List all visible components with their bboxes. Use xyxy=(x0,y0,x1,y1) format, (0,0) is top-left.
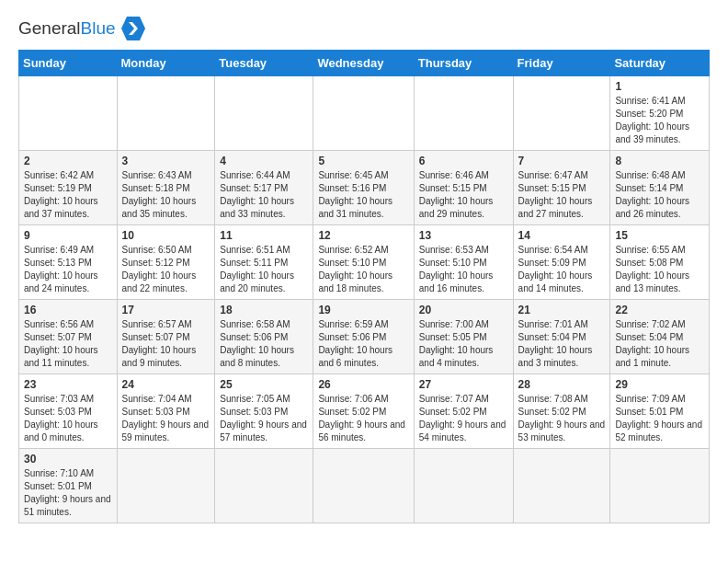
calendar-cell: 17Sunrise: 6:57 AM Sunset: 5:07 PM Dayli… xyxy=(117,300,215,374)
day-number: 21 xyxy=(518,304,606,316)
day-number: 14 xyxy=(518,229,606,242)
day-number: 8 xyxy=(615,155,704,167)
calendar-cell: 30Sunrise: 7:10 AM Sunset: 5:01 PM Dayli… xyxy=(19,449,118,523)
calendar-table: SundayMondayTuesdayWednesdayThursdayFrid… xyxy=(18,50,710,523)
calendar-cell: 3Sunrise: 6:43 AM Sunset: 5:18 PM Daylig… xyxy=(117,151,215,225)
calendar-cell xyxy=(313,449,414,523)
logo-icon xyxy=(119,15,147,42)
day-number: 18 xyxy=(220,304,308,316)
weekday-header: Thursday xyxy=(414,51,513,76)
weekday-header: Saturday xyxy=(610,51,710,76)
day-number: 25 xyxy=(220,378,308,391)
day-number: 1 xyxy=(615,80,704,93)
day-info: Sunrise: 6:56 AM Sunset: 5:07 PM Dayligh… xyxy=(24,318,112,370)
day-info: Sunrise: 6:49 AM Sunset: 5:13 PM Dayligh… xyxy=(24,244,112,295)
calendar-cell: 26Sunrise: 7:06 AM Sunset: 5:02 PM Dayli… xyxy=(313,374,414,449)
day-number: 7 xyxy=(518,155,606,167)
day-info: Sunrise: 6:42 AM Sunset: 5:19 PM Dayligh… xyxy=(24,169,112,221)
calendar-cell xyxy=(117,449,215,523)
calendar-cell: 9Sunrise: 6:49 AM Sunset: 5:13 PM Daylig… xyxy=(19,225,118,300)
calendar-cell: 18Sunrise: 6:58 AM Sunset: 5:06 PM Dayli… xyxy=(215,300,313,374)
day-info: Sunrise: 7:06 AM Sunset: 5:02 PM Dayligh… xyxy=(318,393,408,444)
day-number: 23 xyxy=(24,378,112,391)
calendar-cell: 13Sunrise: 6:53 AM Sunset: 5:10 PM Dayli… xyxy=(414,225,513,300)
day-info: Sunrise: 7:08 AM Sunset: 5:02 PM Dayligh… xyxy=(518,393,606,444)
calendar-cell: 4Sunrise: 6:44 AM Sunset: 5:17 PM Daylig… xyxy=(215,151,313,225)
calendar-cell xyxy=(313,76,414,151)
weekday-header: Wednesday xyxy=(313,51,414,76)
calendar-cell xyxy=(513,449,610,523)
day-number: 5 xyxy=(318,155,408,167)
calendar-cell: 7Sunrise: 6:47 AM Sunset: 5:15 PM Daylig… xyxy=(513,151,610,225)
calendar-cell xyxy=(215,449,313,523)
day-info: Sunrise: 6:46 AM Sunset: 5:15 PM Dayligh… xyxy=(419,169,508,221)
calendar-cell: 6Sunrise: 6:46 AM Sunset: 5:15 PM Daylig… xyxy=(414,151,513,225)
day-info: Sunrise: 7:07 AM Sunset: 5:02 PM Dayligh… xyxy=(419,393,508,444)
day-info: Sunrise: 6:59 AM Sunset: 5:06 PM Dayligh… xyxy=(318,318,408,370)
svg-marker-0 xyxy=(121,17,145,40)
day-number: 24 xyxy=(122,378,210,391)
calendar-cell: 24Sunrise: 7:04 AM Sunset: 5:03 PM Dayli… xyxy=(117,374,215,449)
day-info: Sunrise: 6:50 AM Sunset: 5:12 PM Dayligh… xyxy=(122,244,210,295)
day-number: 28 xyxy=(518,378,606,391)
calendar-cell: 23Sunrise: 7:03 AM Sunset: 5:03 PM Dayli… xyxy=(19,374,118,449)
calendar-cell xyxy=(610,449,710,523)
day-info: Sunrise: 6:53 AM Sunset: 5:10 PM Dayligh… xyxy=(419,244,508,295)
day-info: Sunrise: 6:58 AM Sunset: 5:06 PM Dayligh… xyxy=(220,318,308,370)
day-number: 16 xyxy=(24,304,112,316)
day-number: 2 xyxy=(24,155,112,167)
logo: GeneralBlue xyxy=(18,15,147,42)
day-info: Sunrise: 7:10 AM Sunset: 5:01 PM Dayligh… xyxy=(24,467,112,519)
calendar-cell: 15Sunrise: 6:55 AM Sunset: 5:08 PM Dayli… xyxy=(610,225,710,300)
day-number: 15 xyxy=(615,229,704,242)
calendar-cell: 25Sunrise: 7:05 AM Sunset: 5:03 PM Dayli… xyxy=(215,374,313,449)
calendar-cell: 28Sunrise: 7:08 AM Sunset: 5:02 PM Dayli… xyxy=(513,374,610,449)
day-info: Sunrise: 7:03 AM Sunset: 5:03 PM Dayligh… xyxy=(24,393,112,444)
day-info: Sunrise: 6:52 AM Sunset: 5:10 PM Dayligh… xyxy=(318,244,408,295)
day-info: Sunrise: 6:51 AM Sunset: 5:11 PM Dayligh… xyxy=(220,244,308,295)
calendar-cell: 12Sunrise: 6:52 AM Sunset: 5:10 PM Dayli… xyxy=(313,225,414,300)
calendar-cell: 8Sunrise: 6:48 AM Sunset: 5:14 PM Daylig… xyxy=(610,151,710,225)
day-number: 19 xyxy=(318,304,408,316)
calendar-cell xyxy=(19,76,118,151)
calendar-cell: 1Sunrise: 6:41 AM Sunset: 5:20 PM Daylig… xyxy=(610,76,710,151)
day-info: Sunrise: 6:45 AM Sunset: 5:16 PM Dayligh… xyxy=(318,169,408,221)
calendar-cell xyxy=(513,76,610,151)
calendar-cell: 29Sunrise: 7:09 AM Sunset: 5:01 PM Dayli… xyxy=(610,374,710,449)
day-info: Sunrise: 7:05 AM Sunset: 5:03 PM Dayligh… xyxy=(220,393,308,444)
day-info: Sunrise: 6:54 AM Sunset: 5:09 PM Dayligh… xyxy=(518,244,606,295)
calendar-cell: 5Sunrise: 6:45 AM Sunset: 5:16 PM Daylig… xyxy=(313,151,414,225)
day-info: Sunrise: 7:09 AM Sunset: 5:01 PM Dayligh… xyxy=(615,393,704,444)
weekday-header: Sunday xyxy=(19,51,118,76)
day-info: Sunrise: 6:44 AM Sunset: 5:17 PM Dayligh… xyxy=(220,169,308,221)
calendar-cell: 19Sunrise: 6:59 AM Sunset: 5:06 PM Dayli… xyxy=(313,300,414,374)
calendar-cell xyxy=(414,449,513,523)
day-info: Sunrise: 6:43 AM Sunset: 5:18 PM Dayligh… xyxy=(122,169,210,221)
calendar-cell: 14Sunrise: 6:54 AM Sunset: 5:09 PM Dayli… xyxy=(513,225,610,300)
calendar-cell: 16Sunrise: 6:56 AM Sunset: 5:07 PM Dayli… xyxy=(19,300,118,374)
day-number: 29 xyxy=(615,378,704,391)
day-info: Sunrise: 6:47 AM Sunset: 5:15 PM Dayligh… xyxy=(518,169,606,221)
day-info: Sunrise: 6:57 AM Sunset: 5:07 PM Dayligh… xyxy=(122,318,210,370)
calendar-cell: 11Sunrise: 6:51 AM Sunset: 5:11 PM Dayli… xyxy=(215,225,313,300)
day-info: Sunrise: 7:04 AM Sunset: 5:03 PM Dayligh… xyxy=(122,393,210,444)
day-number: 6 xyxy=(419,155,508,167)
day-number: 10 xyxy=(122,229,210,242)
calendar-cell: 27Sunrise: 7:07 AM Sunset: 5:02 PM Dayli… xyxy=(414,374,513,449)
calendar-cell xyxy=(414,76,513,151)
day-info: Sunrise: 7:02 AM Sunset: 5:04 PM Dayligh… xyxy=(615,318,704,370)
calendar-cell: 2Sunrise: 6:42 AM Sunset: 5:19 PM Daylig… xyxy=(19,151,118,225)
day-number: 26 xyxy=(318,378,408,391)
logo-blue: Blue xyxy=(81,18,116,38)
calendar-cell: 10Sunrise: 6:50 AM Sunset: 5:12 PM Dayli… xyxy=(117,225,215,300)
day-info: Sunrise: 6:55 AM Sunset: 5:08 PM Dayligh… xyxy=(615,244,704,295)
calendar-cell: 20Sunrise: 7:00 AM Sunset: 5:05 PM Dayli… xyxy=(414,300,513,374)
weekday-header: Tuesday xyxy=(215,51,313,76)
day-info: Sunrise: 6:48 AM Sunset: 5:14 PM Dayligh… xyxy=(615,169,704,221)
day-info: Sunrise: 7:00 AM Sunset: 5:05 PM Dayligh… xyxy=(419,318,508,370)
calendar-cell: 22Sunrise: 7:02 AM Sunset: 5:04 PM Dayli… xyxy=(610,300,710,374)
calendar-cell: 21Sunrise: 7:01 AM Sunset: 5:04 PM Dayli… xyxy=(513,300,610,374)
day-number: 13 xyxy=(419,229,508,242)
calendar-cell xyxy=(215,76,313,151)
day-number: 3 xyxy=(122,155,210,167)
